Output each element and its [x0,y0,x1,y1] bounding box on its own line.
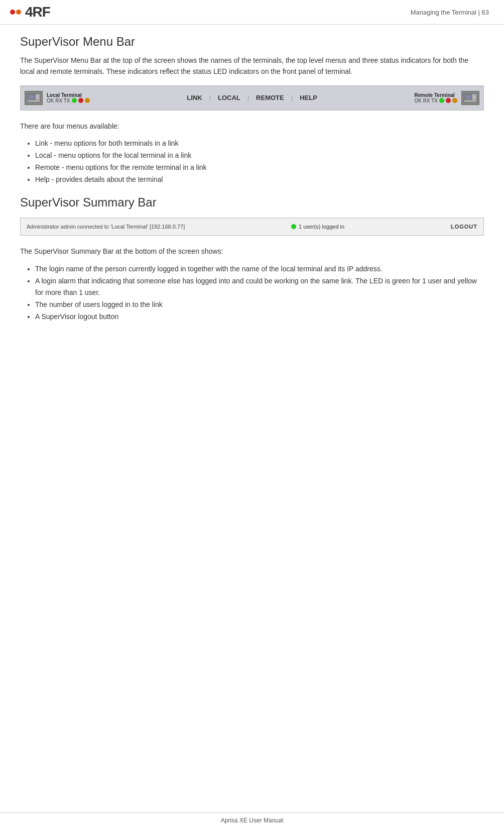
menu-bar-mockup: Local Terminal OK RX TX LINK | LOCAL | R… [20,85,484,111]
remote-terminal-icon [461,91,479,105]
list-item: Link - menu options for both terminals i… [35,138,484,150]
led-ok [72,98,77,103]
separator3: | [291,94,293,101]
user-led-icon [291,224,296,229]
remote-ok-rx-tx: OK RX TX [415,98,438,103]
menu-item-link: LINK [184,93,205,102]
list-item: The number of users logged in to the lin… [35,299,484,311]
remote-led-tx [452,98,457,103]
local-status-leds: OK RX TX [47,98,90,103]
svg-rect-6 [472,95,475,96]
list-item: A login alarm that indicating that someo… [35,275,484,299]
list-item: The login name of the person currently l… [35,263,484,275]
logo-dot-orange [16,10,21,15]
page-footer: Aprisa XE User Manual [0,812,504,824]
summary-bar-center-text: 1 user(s) logged in [299,224,344,230]
list-item: A SuperVisor logout button [35,311,484,323]
local-ok-rx-tx: OK RX TX [47,98,70,103]
logout-button[interactable]: LOGOUT [451,224,477,230]
menu-item-local: LOCAL [215,93,243,102]
remote-status-leds: OK RX TX [415,98,458,103]
separator1: | [209,94,211,101]
separator2: | [247,94,249,101]
section2-heading: SuperVisor Summary Bar [20,195,484,210]
remote-led-rx [446,98,451,103]
local-terminal-icon [25,91,43,105]
page-header: 4RF Managing the Terminal | 63 [0,0,504,25]
menu-bar-left: Local Terminal OK RX TX [25,91,90,105]
footer-text: Aprisa XE User Manual [221,817,284,824]
section1-bullet-list: Link - menu options for both terminals i… [35,138,484,185]
list-item: Help - provides details about the termin… [35,174,484,186]
remote-terminal-label: Remote Terminal [415,92,458,98]
local-terminal-info: Local Terminal OK RX TX [47,92,90,103]
menu-item-remote: REMOTE [253,93,287,102]
list-item: Local - menu options for the local termi… [35,150,484,162]
led-tx [85,98,90,103]
logo-icon [10,10,21,15]
summary-bar-center: 1 user(s) logged in [291,224,344,230]
svg-rect-7 [472,97,475,98]
summary-bar-left-text: Administrator admin connected to 'Local … [27,224,185,230]
section1-paragraph: The SuperVisor Menu Bar at the top of th… [20,55,484,77]
menu-item-help: HELP [297,93,320,102]
list-item: Remote - menu options for the remote ter… [35,162,484,174]
led-rx [78,98,83,103]
main-content: SuperVisor Menu Bar The SuperVisor Menu … [0,35,504,351]
local-terminal-label: Local Terminal [47,92,90,98]
logo-text: 4RF [25,4,50,20]
menu-bar-center: LINK | LOCAL | REMOTE | HELP [184,93,320,102]
svg-rect-2 [36,95,39,96]
logo-area: 4RF [10,4,50,20]
summary-bar-mockup: Administrator admin connected to 'Local … [20,218,484,236]
remote-led-ok [439,98,444,103]
page-number: Managing the Terminal | 63 [411,9,489,16]
section1-heading: SuperVisor Menu Bar [20,35,484,49]
svg-rect-5 [465,94,472,99]
section2-bullet-list: The login name of the person currently l… [35,263,484,323]
svg-rect-3 [36,97,39,98]
section2-paragraph: The SuperVisor Summary Bar at the bottom… [20,246,484,257]
menu-bar-right: Remote Terminal OK RX TX [415,91,480,105]
remote-terminal-info: Remote Terminal OK RX TX [415,92,458,103]
section1-sub-heading: There are four menus available: [20,121,484,132]
svg-rect-1 [28,94,35,99]
logo-dot-red [10,10,15,15]
